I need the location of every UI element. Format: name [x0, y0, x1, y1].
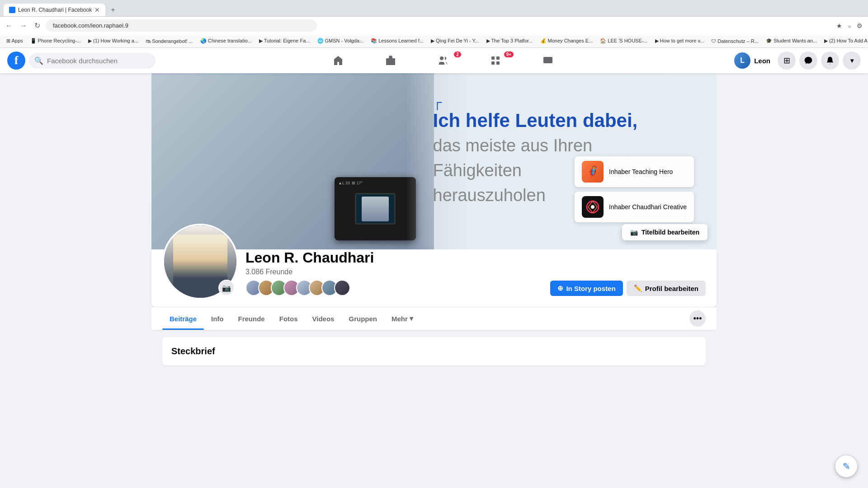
more-menu-button[interactable]: ▾	[843, 52, 861, 70]
tab-favicon	[9, 7, 15, 13]
friends-badge: 2	[454, 52, 461, 57]
new-tab-button[interactable]: +	[105, 4, 120, 16]
tab-mehr[interactable]: Mehr ▾	[384, 307, 420, 330]
edit-cover-button[interactable]: 📷 Titelbild bearbeiten	[622, 224, 708, 240]
add-story-button[interactable]: ⊕ In Story posten	[550, 281, 623, 296]
browser-toolbar-icons: ★ ⬦ ⚙	[835, 22, 864, 29]
tab-info[interactable]: Info	[204, 308, 231, 330]
friends-count: 3.086 Freunde	[245, 268, 543, 276]
svg-point-12	[591, 205, 594, 209]
nav-watch[interactable]	[523, 50, 573, 71]
bookmark-12[interactable]: ▶ How to get more v...	[652, 37, 707, 45]
friend-avatar-8	[334, 280, 350, 296]
bookmark-15[interactable]: ▶ (2) How To Add A...	[821, 37, 868, 45]
bracket-top-left: ┌	[433, 96, 690, 108]
svg-rect-4	[491, 56, 495, 60]
profile-picture-container: 📷	[162, 224, 238, 300]
tab-freunde[interactable]: Freunde	[231, 308, 272, 330]
groups-badge: 9+	[504, 52, 514, 57]
tab-gruppen[interactable]: Gruppen	[341, 308, 384, 330]
business-icon-creative	[582, 196, 604, 218]
back-button[interactable]: ←	[4, 20, 14, 32]
nav-home[interactable]	[313, 50, 363, 71]
forward-button[interactable]: →	[18, 20, 29, 32]
address-input[interactable]	[46, 19, 317, 32]
svg-rect-7	[496, 61, 500, 65]
cover-subtext-3: herauszuholen	[433, 186, 546, 205]
refresh-button[interactable]: ↻	[33, 19, 42, 32]
bookmark-1[interactable]: 📱 Phone Recycling-...	[28, 37, 84, 45]
bookmark-2[interactable]: ▶ (1) How Working a...	[85, 37, 141, 45]
header-profile-name: Leon	[754, 57, 770, 65]
bookmark-8[interactable]: ▶ Qing Fei De Yi - Y...	[428, 37, 482, 45]
cover-photo: ▲L 33 ⊠ 17° ┌ Ich helfe Leuten dabei, da…	[151, 73, 717, 249]
tab-fotos[interactable]: Fotos	[272, 308, 305, 330]
nav-friends[interactable]: 2	[418, 50, 468, 71]
bookmark-13[interactable]: 🛡 Datenschutz – R...	[708, 38, 761, 45]
profile-photo-edit-button[interactable]: 📷	[218, 280, 235, 296]
tab-beitraege[interactable]: Beiträge	[162, 308, 204, 330]
bookmark-6[interactable]: 🌐 GMSN - Volgda...	[315, 37, 367, 45]
notifications-button[interactable]	[821, 52, 839, 70]
profile-name: Leon R. Chaudhari	[245, 249, 543, 266]
post-section-title: Steckbrief	[171, 346, 697, 357]
search-icon: 🔍	[34, 56, 43, 65]
dots-icon: •••	[693, 314, 702, 324]
nav-marketplace[interactable]	[365, 50, 416, 71]
apps-grid-button[interactable]: ⊞	[778, 52, 796, 70]
header-right-actions: L Leon ⊞ ▾	[731, 51, 861, 70]
nav-groups[interactable]: 9+	[470, 50, 521, 71]
new-tab-icon: +	[111, 6, 115, 14]
edit-profile-button[interactable]: ✏️ Profil bearbeiten	[627, 281, 706, 296]
bookmark-9[interactable]: ▶ The Top 3 Platfor...	[484, 37, 536, 45]
tab-videos[interactable]: Videos	[305, 308, 342, 330]
search-bar[interactable]: 🔍	[29, 53, 156, 69]
mehr-label: Mehr	[392, 315, 408, 323]
pencil-icon: ✏️	[634, 284, 642, 292]
friends-avatars-row	[245, 280, 543, 296]
edit-button-label: Profil bearbeiten	[645, 285, 698, 292]
bookmark-4[interactable]: 🌏 Chinese translatio...	[198, 37, 255, 45]
business-card-creative: Inhaber Chaudhari Creative	[575, 192, 694, 222]
browser-chrome: Leon R. Chaudhari | Facebook ✕ + ← → ↻ ★…	[0, 0, 868, 48]
business-label-hero: Inhaber Teaching Hero	[609, 168, 673, 175]
profile-navigation: Beiträge Info Freunde Fotos Videos Grupp…	[151, 307, 717, 330]
bookmark-11[interactable]: 🏠 LEE 'S HOUSE-...	[597, 37, 650, 45]
camera-icon: 📷	[630, 229, 638, 236]
camera-screen	[355, 193, 396, 225]
plus-circle-icon: ⊕	[557, 284, 563, 292]
edit-cover-label: Titelbild bearbeiten	[642, 229, 699, 236]
tab-bar: Leon R. Chaudhari | Facebook ✕ +	[0, 0, 868, 16]
profile-details: Leon R. Chaudhari 3.086 Freunde	[245, 249, 543, 300]
camera-screen-image	[362, 197, 389, 221]
main-nav: 2 9+	[156, 50, 731, 71]
facebook-logo[interactable]: f	[7, 52, 25, 70]
svg-rect-0	[386, 58, 395, 65]
tab-title: Leon R. Chaudhari | Facebook	[18, 7, 92, 13]
search-input[interactable]	[47, 57, 150, 65]
messenger-button[interactable]	[799, 52, 817, 70]
cover-headline-blue: Ich helfe Leuten dabei,	[433, 110, 638, 131]
active-tab[interactable]: Leon R. Chaudhari | Facebook ✕	[4, 4, 105, 16]
cover-container: ▲L 33 ⊠ 17° ┌ Ich helfe Leuten dabei, da…	[151, 73, 717, 330]
profile-menu-button[interactable]: L Leon	[731, 51, 774, 70]
header-avatar: L	[734, 52, 750, 69]
bookmark-5[interactable]: ▶ Tutorial: Eigene Fa...	[256, 37, 313, 45]
cover-subtext-2: Fähigkeiten	[433, 161, 522, 180]
bookmarks-bar: ⊞ Apps 📱 Phone Recycling-... ▶ (1) How W…	[0, 34, 868, 48]
profile-section: 📷 Leon R. Chaudhari 3.086 Freunde	[151, 249, 717, 307]
story-button-label: In Story posten	[566, 285, 615, 292]
cover-subtext-1: das meiste aus Ihren	[433, 136, 593, 155]
bookmark-7[interactable]: 📚 Lessons Learned f...	[368, 37, 426, 45]
profile-info-row: 📷 Leon R. Chaudhari 3.086 Freunde	[162, 249, 706, 300]
business-label-creative: Inhaber Chaudhari Creative	[609, 203, 687, 211]
bookmark-apps[interactable]: ⊞ Apps	[4, 37, 26, 45]
bookmark-14[interactable]: 🎓 Student Wants an...	[763, 37, 820, 45]
page-content: ▲L 33 ⊠ 17° ┌ Ich helfe Leuten dabei, da…	[0, 73, 868, 366]
svg-rect-8	[543, 57, 552, 63]
camera-indicators: ▲L 33 ⊠ 17°	[338, 181, 363, 185]
bookmark-3[interactable]: 🛍 Sonderangebot! ...	[143, 38, 196, 45]
tab-close-button[interactable]: ✕	[94, 6, 100, 14]
bookmark-10[interactable]: 💰 Money Changes E...	[538, 37, 596, 45]
nav-more-options-button[interactable]: •••	[689, 310, 706, 327]
